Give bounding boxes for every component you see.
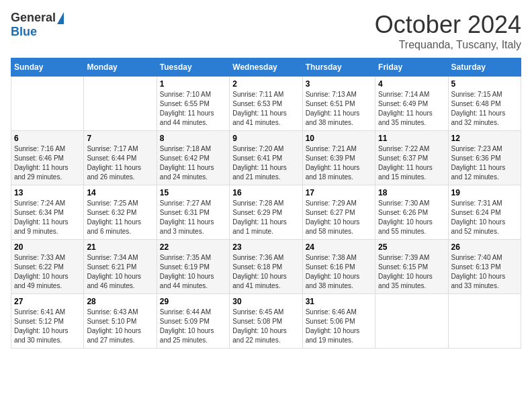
calendar-cell	[448, 294, 521, 349]
day-number: 22	[160, 242, 226, 252]
calendar-header: SundayMondayTuesdayWednesdayThursdayFrid…	[11, 58, 521, 77]
calendar-cell: 24Sunrise: 7:38 AMSunset: 6:16 PMDayligh…	[302, 240, 375, 294]
day-info: Sunrise: 7:23 AMSunset: 6:36 PMDaylight:…	[451, 144, 518, 182]
page-header: General Blue October 2024 Trequanda, Tus…	[11, 11, 521, 51]
week-row: 20Sunrise: 7:33 AMSunset: 6:22 PMDayligh…	[11, 240, 521, 294]
day-info: Sunrise: 7:16 AMSunset: 6:46 PMDaylight:…	[14, 144, 81, 182]
day-number: 16	[232, 188, 299, 197]
day-info: Sunrise: 7:27 AMSunset: 6:31 PMDaylight:…	[160, 199, 226, 236]
day-number: 7	[87, 134, 153, 143]
day-number: 11	[378, 134, 445, 143]
day-number: 12	[451, 134, 518, 143]
calendar-cell: 20Sunrise: 7:33 AMSunset: 6:22 PMDayligh…	[11, 240, 84, 294]
day-info: Sunrise: 7:15 AMSunset: 6:48 PMDaylight:…	[451, 90, 518, 128]
calendar-cell: 17Sunrise: 7:29 AMSunset: 6:27 PMDayligh…	[302, 185, 375, 240]
day-number: 23	[232, 242, 299, 252]
calendar-cell: 10Sunrise: 7:21 AMSunset: 6:39 PMDayligh…	[302, 131, 375, 185]
day-of-week-header: Thursday	[302, 58, 375, 77]
calendar-cell: 13Sunrise: 7:24 AMSunset: 6:34 PMDayligh…	[11, 185, 84, 240]
calendar-cell: 28Sunrise: 6:43 AMSunset: 5:10 PMDayligh…	[84, 294, 157, 349]
day-of-week-header: Tuesday	[157, 58, 229, 77]
calendar-cell: 14Sunrise: 7:25 AMSunset: 6:32 PMDayligh…	[84, 185, 157, 240]
day-of-week-header: Monday	[84, 58, 157, 77]
logo-blue: Blue	[11, 25, 37, 38]
day-info: Sunrise: 7:20 AMSunset: 6:41 PMDaylight:…	[232, 144, 299, 182]
calendar-cell: 21Sunrise: 7:34 AMSunset: 6:21 PMDayligh…	[84, 240, 157, 294]
day-number: 15	[160, 188, 226, 197]
day-number: 27	[14, 297, 81, 306]
logo-triangle-icon	[57, 12, 64, 24]
day-number: 10	[306, 134, 372, 143]
calendar-body: 1Sunrise: 7:10 AMSunset: 6:55 PMDaylight…	[11, 77, 521, 349]
day-info: Sunrise: 7:35 AMSunset: 6:19 PMDaylight:…	[160, 253, 226, 291]
day-info: Sunrise: 7:13 AMSunset: 6:51 PMDaylight:…	[306, 90, 372, 128]
day-number: 4	[378, 79, 445, 89]
day-info: Sunrise: 7:21 AMSunset: 6:39 PMDaylight:…	[306, 144, 372, 182]
calendar-cell	[11, 77, 84, 131]
day-info: Sunrise: 7:28 AMSunset: 6:29 PMDaylight:…	[232, 199, 299, 236]
day-info: Sunrise: 7:25 AMSunset: 6:32 PMDaylight:…	[87, 199, 153, 236]
day-number: 8	[160, 134, 226, 143]
day-of-week-header: Friday	[375, 58, 448, 77]
day-number: 18	[378, 188, 445, 197]
calendar-cell: 9Sunrise: 7:20 AMSunset: 6:41 PMDaylight…	[230, 131, 302, 185]
day-number: 26	[451, 242, 518, 252]
day-info: Sunrise: 7:29 AMSunset: 6:27 PMDaylight:…	[306, 199, 372, 236]
calendar-cell	[84, 77, 157, 131]
day-number: 13	[14, 188, 81, 197]
calendar-cell: 11Sunrise: 7:22 AMSunset: 6:37 PMDayligh…	[375, 131, 448, 185]
calendar-cell: 3Sunrise: 7:13 AMSunset: 6:51 PMDaylight…	[302, 77, 375, 131]
week-row: 1Sunrise: 7:10 AMSunset: 6:55 PMDaylight…	[11, 77, 521, 131]
week-row: 13Sunrise: 7:24 AMSunset: 6:34 PMDayligh…	[11, 185, 521, 240]
week-row: 6Sunrise: 7:16 AMSunset: 6:46 PMDaylight…	[11, 131, 521, 185]
day-number: 29	[160, 297, 226, 306]
header-row: SundayMondayTuesdayWednesdayThursdayFrid…	[11, 58, 521, 77]
day-info: Sunrise: 7:24 AMSunset: 6:34 PMDaylight:…	[14, 199, 81, 236]
day-number: 2	[232, 79, 299, 89]
calendar-cell: 31Sunrise: 6:46 AMSunset: 5:06 PMDayligh…	[302, 294, 375, 349]
day-info: Sunrise: 7:10 AMSunset: 6:55 PMDaylight:…	[160, 90, 226, 128]
day-info: Sunrise: 6:41 AMSunset: 5:12 PMDaylight:…	[14, 308, 81, 345]
day-info: Sunrise: 7:18 AMSunset: 6:42 PMDaylight:…	[160, 144, 226, 182]
logo-general: General	[11, 11, 56, 25]
calendar-cell: 27Sunrise: 6:41 AMSunset: 5:12 PMDayligh…	[11, 294, 84, 349]
logo: General Blue	[11, 11, 64, 39]
calendar-cell: 2Sunrise: 7:11 AMSunset: 6:53 PMDaylight…	[230, 77, 302, 131]
day-of-week-header: Wednesday	[230, 58, 302, 77]
week-row: 27Sunrise: 6:41 AMSunset: 5:12 PMDayligh…	[11, 294, 521, 349]
day-number: 6	[14, 134, 81, 143]
day-info: Sunrise: 7:33 AMSunset: 6:22 PMDaylight:…	[14, 253, 81, 291]
calendar-cell: 16Sunrise: 7:28 AMSunset: 6:29 PMDayligh…	[230, 185, 302, 240]
calendar-cell: 7Sunrise: 7:17 AMSunset: 6:44 PMDaylight…	[84, 131, 157, 185]
calendar-cell: 26Sunrise: 7:40 AMSunset: 6:13 PMDayligh…	[448, 240, 521, 294]
day-number: 25	[378, 242, 445, 252]
day-number: 5	[451, 79, 518, 89]
day-info: Sunrise: 6:44 AMSunset: 5:09 PMDaylight:…	[160, 308, 226, 345]
calendar-cell: 19Sunrise: 7:31 AMSunset: 6:24 PMDayligh…	[448, 185, 521, 240]
title-section: October 2024 Trequanda, Tuscany, Italy	[375, 11, 521, 51]
calendar-table: SundayMondayTuesdayWednesdayThursdayFrid…	[11, 58, 521, 349]
day-info: Sunrise: 6:45 AMSunset: 5:08 PMDaylight:…	[232, 308, 299, 345]
calendar-cell: 15Sunrise: 7:27 AMSunset: 6:31 PMDayligh…	[157, 185, 229, 240]
calendar-cell: 1Sunrise: 7:10 AMSunset: 6:55 PMDaylight…	[157, 77, 229, 131]
day-number: 21	[87, 242, 153, 252]
day-number: 19	[451, 188, 518, 197]
day-info: Sunrise: 7:11 AMSunset: 6:53 PMDaylight:…	[232, 90, 299, 128]
day-info: Sunrise: 7:31 AMSunset: 6:24 PMDaylight:…	[451, 199, 518, 236]
day-info: Sunrise: 7:38 AMSunset: 6:16 PMDaylight:…	[306, 253, 372, 291]
calendar-cell: 8Sunrise: 7:18 AMSunset: 6:42 PMDaylight…	[157, 131, 229, 185]
day-info: Sunrise: 7:36 AMSunset: 6:18 PMDaylight:…	[232, 253, 299, 291]
calendar-cell: 30Sunrise: 6:45 AMSunset: 5:08 PMDayligh…	[230, 294, 302, 349]
day-number: 31	[306, 297, 372, 306]
day-number: 20	[14, 242, 81, 252]
day-info: Sunrise: 7:40 AMSunset: 6:13 PMDaylight:…	[451, 253, 518, 291]
day-number: 3	[306, 79, 372, 89]
day-number: 24	[306, 242, 372, 252]
day-info: Sunrise: 7:39 AMSunset: 6:15 PMDaylight:…	[378, 253, 445, 291]
calendar-cell: 18Sunrise: 7:30 AMSunset: 6:26 PMDayligh…	[375, 185, 448, 240]
day-info: Sunrise: 6:43 AMSunset: 5:10 PMDaylight:…	[87, 308, 153, 345]
day-number: 14	[87, 188, 153, 197]
calendar-cell: 6Sunrise: 7:16 AMSunset: 6:46 PMDaylight…	[11, 131, 84, 185]
calendar-cell: 22Sunrise: 7:35 AMSunset: 6:19 PMDayligh…	[157, 240, 229, 294]
day-info: Sunrise: 7:14 AMSunset: 6:49 PMDaylight:…	[378, 90, 445, 128]
